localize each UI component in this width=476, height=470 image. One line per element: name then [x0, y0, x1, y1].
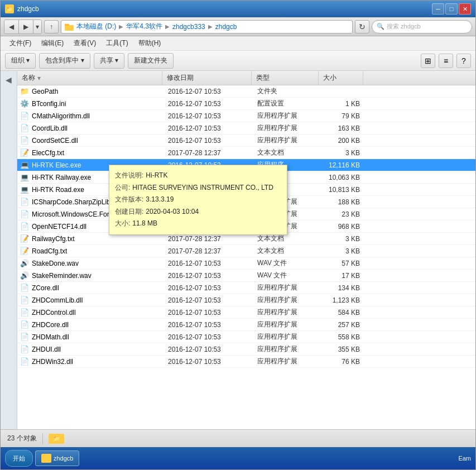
col-header-name[interactable]: 名称 ▾: [17, 71, 162, 85]
file-row[interactable]: 📄CoordSetCE.dll2016-12-07 10:53应用程序扩展200…: [17, 135, 475, 147]
view-list-button[interactable]: ≡: [439, 54, 453, 68]
breadcrumb-huajun[interactable]: 华军4.3软件: [124, 22, 164, 31]
search-bar[interactable]: 🔍 搜索 zhdgcb: [372, 20, 472, 33]
file-row[interactable]: 📝ElecCfg.txt2017-07-28 12:37文本文档3 KB: [17, 147, 475, 159]
file-row[interactable]: 📄ZHDCore.dll2016-12-07 10:53应用程序扩展257 KB: [17, 319, 475, 331]
file-size: 10,063 KB: [320, 174, 364, 181]
file-row[interactable]: 📄CoordLib.dll2016-12-07 10:53应用程序扩展163 K…: [17, 122, 475, 135]
dropdown-arrow[interactable]: ▾: [33, 20, 41, 33]
tooltip-size-label: 大小:: [115, 218, 130, 230]
file-name: ZCore.dll: [32, 284, 164, 292]
file-size: 10,813 KB: [320, 186, 364, 194]
file-row[interactable]: 🔊StakeReminder.wav2016-12-07 10:53WAV 文件…: [17, 270, 475, 282]
help-button[interactable]: ?: [456, 54, 471, 68]
file-icon: 📄: [20, 295, 30, 305]
close-button[interactable]: ✕: [459, 3, 471, 15]
column-headers: 名称 ▾ 修改日期 类型 大小: [17, 71, 475, 85]
breadcrumb-zhdgcb333[interactable]: zhdgcb333: [171, 23, 207, 31]
file-row[interactable]: 📄ZHDWin32.dll2016-12-07 10:53应用程序扩展76 KB: [17, 356, 475, 368]
file-row[interactable]: 📁GeoPath2016-12-07 10:53文件夹: [17, 85, 475, 98]
file-date: 2016-12-07 10:53: [164, 333, 253, 341]
file-row[interactable]: 📝RoadCfg.txt2017-07-28 12:37文本文档3 KB: [17, 245, 475, 257]
file-name: CoordSetCE.dll: [32, 137, 164, 145]
start-button[interactable]: 开始: [5, 450, 33, 467]
file-size: 355 KB: [320, 346, 364, 353]
file-icon: 🔊: [20, 258, 30, 268]
file-name: ZHDControl.dll: [32, 309, 164, 316]
nav-panel: ◀: [1, 71, 17, 429]
file-type: WAV 文件: [253, 271, 320, 280]
col-header-size[interactable]: 大小: [319, 71, 363, 85]
file-type: 应用程序扩展: [253, 111, 320, 121]
file-tooltip: 文件说明: Hi-RTK 公司: HITAGE SURVEYING INSTRU…: [109, 165, 287, 235]
file-list: 📁GeoPath2016-12-07 10:53文件夹⚙️BTconfig.in…: [17, 85, 475, 429]
file-size: 257 KB: [320, 321, 364, 329]
file-row[interactable]: 📄ZHDMath.dll2016-12-07 10:53应用程序扩展558 KB: [17, 331, 475, 343]
organize-button[interactable]: 组织 ▾: [5, 53, 36, 69]
minimize-button[interactable]: ─: [432, 3, 444, 15]
file-row[interactable]: 🔊StakeDone.wav2016-12-07 10:53WAV 文件57 K…: [17, 257, 475, 270]
share-button[interactable]: 共享 ▾: [94, 53, 124, 69]
file-icon: 📝: [20, 234, 30, 244]
file-name: ZHDCore.dll: [32, 321, 164, 329]
file-name: ZHDWin32.dll: [32, 358, 164, 366]
file-size: 200 KB: [320, 137, 364, 145]
restore-button[interactable]: □: [445, 3, 458, 15]
search-icon: 🔍: [377, 23, 384, 30]
refresh-button[interactable]: ↻: [355, 20, 369, 33]
file-type: 文本文档: [253, 148, 320, 157]
breadcrumb[interactable]: 本地磁盘 (D:) ▶ 华军4.3软件 ▶ zhdgcb333 ▶ zhdgcb: [61, 20, 353, 33]
taskbar-window-item[interactable]: zhdgcb: [35, 450, 79, 466]
new-folder-button[interactable]: 新建文件夹: [128, 53, 174, 69]
tooltip-company-value: HITAGE SURVEYING INSTRUMENT CO., LTD: [132, 182, 273, 194]
file-row[interactable]: 📄CMathAligorithm.dll2016-12-07 10:53应用程序…: [17, 110, 475, 122]
file-size: 163 KB: [320, 124, 364, 132]
file-row[interactable]: 📄ZHDCommLib.dll2016-12-07 10:53应用程序扩展1,1…: [17, 294, 475, 306]
view-toggle-button[interactable]: ⊞: [421, 54, 435, 68]
file-icon: 📄: [20, 123, 30, 133]
file-row[interactable]: 📄ZHDControl.dll2016-12-07 10:53应用程序扩展584…: [17, 306, 475, 319]
tooltip-desc-row: 文件说明: Hi-RTK: [115, 170, 281, 182]
menu-bar: 文件(F) 编辑(E) 查看(V) 工具(T) 帮助(H): [1, 36, 475, 51]
menu-view[interactable]: 查看(V): [69, 37, 100, 50]
breadcrumb-localdisk[interactable]: 本地磁盘 (D:): [75, 22, 118, 31]
menu-edit[interactable]: 编辑(E): [37, 37, 68, 50]
file-row[interactable]: ⚙️BTconfig.ini2016-12-07 10:53配置设置1 KB: [17, 98, 475, 110]
up-button[interactable]: ↑: [44, 20, 59, 33]
file-row[interactable]: 📄ZCore.dll2016-12-07 10:53应用程序扩展134 KB: [17, 282, 475, 294]
menu-help[interactable]: 帮助(H): [134, 37, 166, 50]
file-size: 558 KB: [320, 333, 364, 341]
status-count: 23 个对象: [7, 434, 37, 443]
window-title: zhdgcb: [17, 5, 432, 13]
tooltip-created-label: 创建日期:: [115, 206, 143, 218]
file-size: 3 KB: [320, 247, 364, 255]
tooltip-version-row: 文件版本: 3.13.3.19: [115, 194, 281, 206]
title-bar: 📁 zhdgcb ─ □ ✕: [1, 1, 475, 17]
file-type: 配置设置: [253, 99, 320, 108]
breadcrumb-zhdgcb[interactable]: zhdgcb: [214, 23, 239, 31]
file-icon: 💻: [20, 172, 30, 183]
file-icon: 📝: [20, 148, 30, 158]
status-separator: [42, 433, 43, 444]
tooltip-desc-label: 文件说明:: [115, 170, 143, 182]
back-button[interactable]: ◀: [4, 20, 19, 33]
file-date: 2017-07-28 12:37: [164, 149, 253, 157]
window-controls: ─ □ ✕: [432, 3, 471, 15]
add-to-library-button[interactable]: 包含到库中 ▾: [39, 53, 90, 69]
svg-rect-1: [65, 24, 69, 26]
tooltip-version-label: 文件版本:: [115, 194, 143, 206]
menu-file[interactable]: 文件(F): [5, 37, 36, 50]
col-header-type[interactable]: 类型: [252, 71, 319, 85]
menu-tools[interactable]: 工具(T): [102, 37, 132, 50]
col-header-date[interactable]: 修改日期: [162, 71, 252, 85]
window-icon: 📁: [5, 4, 14, 13]
file-icon: 🔊: [20, 271, 30, 281]
file-row[interactable]: 📄ZHDUI.dll2016-12-07 10:53应用程序扩展355 KB: [17, 343, 475, 356]
nav-collapse-arrow[interactable]: ◀: [6, 75, 12, 84]
file-type: 应用程序扩展: [253, 344, 320, 354]
forward-button[interactable]: ▶: [19, 20, 33, 33]
file-size: 134 KB: [320, 284, 364, 292]
file-icon: 📄: [20, 197, 30, 207]
file-icon: ⚙️: [20, 99, 30, 109]
file-icon: 💻: [20, 185, 30, 195]
